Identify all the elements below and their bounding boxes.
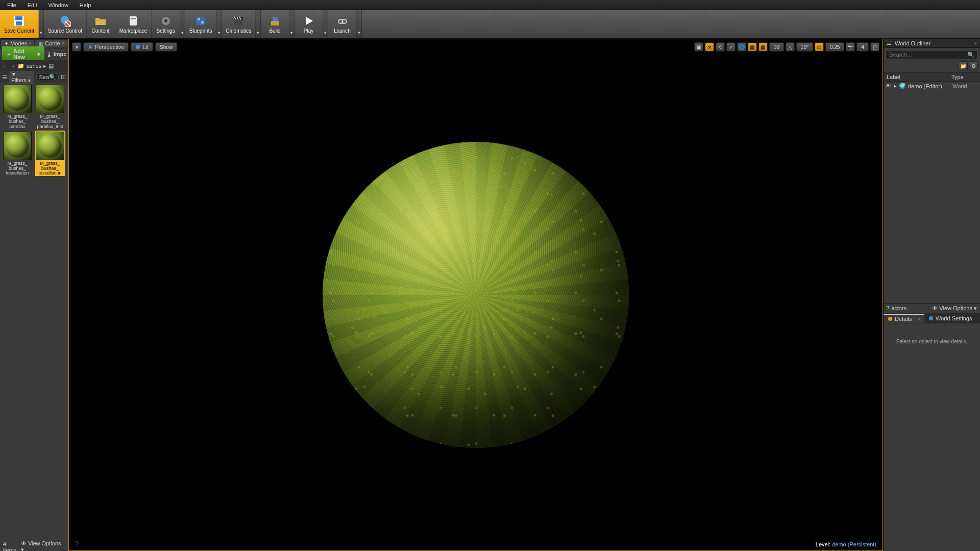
search-icon: 🔍 [967,52,974,58]
menu-bar: File Edit Window Help [0,0,980,10]
menu-edit[interactable]: Edit [22,1,42,9]
back-button[interactable]: ← [2,63,8,69]
show-button[interactable]: Show [155,42,177,52]
asset-item[interactable]: M_grass_ bushes_ tessellation [35,132,65,177]
chevron-right-icon: ▸ [43,63,46,69]
play-button[interactable]: Play [295,10,323,38]
asset-item[interactable]: M_grass_ bushes_ tessellation [2,132,33,177]
settings-button[interactable]: Settings [152,10,180,38]
close-icon[interactable]: × [917,316,920,322]
build-dropdown[interactable] [289,10,295,38]
save-filter-icon[interactable]: ☑ [61,74,66,81]
scale-mode-button[interactable]: ⤢ [726,42,736,52]
viewport[interactable]: ▾ Perspective Lit Show ▣ ⤧ ⟲ ⤢ 🌐 ▦ ▦ 10 … [68,39,883,551]
asset-item[interactable]: M_grass_ bushes_ parallax_Inst [35,85,65,130]
menu-window[interactable]: Window [43,1,74,9]
chevron-right-icon[interactable]: ▸ [894,83,897,89]
outliner-header[interactable]: Label Type [884,72,980,82]
menu-help[interactable]: Help [75,1,96,9]
floppy-icon [13,15,25,27]
source-control-button[interactable]: Source Control [44,10,87,38]
asset-item[interactable]: M_grass_ bushes_ parallax [2,85,33,130]
grid-snap-value[interactable]: 10 [769,42,784,52]
blueprints-dropdown[interactable] [217,10,222,38]
asset-grid: M_grass_ bushes_ parallax M_grass_ bushe… [0,83,68,542]
world-settings-tab[interactable]: World Settings [924,314,976,322]
select-mode-button[interactable]: ▣ [694,42,703,52]
actor-count-label: 7 actors [887,305,906,311]
folder-icon [94,15,107,27]
launch-button[interactable]: Launch [328,10,357,38]
surface-snap-button[interactable]: ▦ [748,42,757,52]
marketplace-icon [127,15,139,27]
lit-button[interactable]: Lit [131,42,153,52]
view-options-button[interactable]: 👁 View Options ▾ [21,540,65,551]
visibility-icon[interactable]: 👁 [886,83,892,89]
help-icon[interactable]: ? [75,540,79,547]
angle-snap-value[interactable]: 10° [796,42,813,52]
sources-toggle-icon[interactable]: ☰ [2,74,7,81]
blueprints-icon [194,15,207,27]
save-dropdown[interactable] [39,10,44,38]
path-bar: ← → 📁 ushes ▸ ▤ [0,60,68,71]
content-button[interactable]: Content [87,10,115,38]
item-count-label: 4 items [3,541,21,552]
svg-rect-11 [198,18,200,20]
rotate-mode-button[interactable]: ⟲ [716,42,725,52]
close-icon[interactable]: × [974,40,977,46]
svg-rect-6 [130,16,137,26]
path-segment[interactable]: ushes [27,63,41,69]
svg-rect-10 [196,17,205,25]
viewport-render [69,39,883,550]
build-button[interactable]: Build [261,10,289,38]
content-browser-panel: ✦Modes× ▥Conte× ＋Add New▾ ⭳ Impo ← → 📁 u… [0,39,68,551]
cube-icon: ✦ [4,40,9,47]
filters-button[interactable]: ▼ Filters ▾ [9,71,34,84]
camera-speed-icon[interactable]: 📷 [846,42,855,52]
outliner-view-options-button[interactable]: 👁 View Options ▾ [932,305,977,312]
details-tab[interactable]: Details× [884,314,924,323]
import-button[interactable]: ⭳ Impo [46,51,66,57]
angle-snap-toggle[interactable]: △ [786,42,795,52]
maximize-viewport-button[interactable]: ◲ [870,42,879,52]
scale-snap-toggle[interactable]: ▭ [815,42,824,52]
svg-rect-16 [273,17,278,21]
level-link[interactable]: demo (Persistent) [832,541,876,547]
settings-dropdown[interactable] [180,10,185,38]
outliner-search-input[interactable]: Search... 🔍 [886,50,978,59]
menu-file[interactable]: File [2,1,21,9]
world-icon: 🌍 [899,83,906,89]
coord-space-button[interactable]: 🌐 [737,42,746,52]
add-new-button[interactable]: ＋Add New▾ [2,46,44,62]
clapboard-icon [232,15,244,27]
build-icon [269,15,281,27]
launch-dropdown[interactable] [357,10,362,38]
details-empty-label: Select an object to view details. [884,323,980,552]
asset-search-input[interactable]: Sea🔍 [36,73,59,81]
svg-point-20 [136,45,140,49]
outliner-new-folder-icon[interactable]: 📁 [959,61,968,70]
cinematics-dropdown[interactable] [256,10,261,38]
svg-point-18 [339,20,342,23]
marketplace-button[interactable]: Marketplace [115,10,152,38]
scale-snap-value[interactable]: 0.25 [825,42,844,52]
translate-mode-button[interactable]: ⤧ [705,42,714,52]
outliner-settings-icon[interactable]: ⚙ [969,61,978,70]
camera-speed-value[interactable]: 4 [856,42,869,52]
grid-snap-toggle[interactable]: ▦ [758,42,768,52]
list-icon: ☰ [887,40,892,46]
perspective-button[interactable]: Perspective [83,42,129,52]
outliner-row[interactable]: 👁 ▸ 🌍 demo (Editor) World [884,82,980,90]
blueprints-button[interactable]: Blueprints [185,10,216,38]
svg-point-9 [164,19,167,22]
gear-icon [160,15,172,27]
cinematics-button[interactable]: Cinematics [222,10,256,38]
save-current-button[interactable]: Save Current [0,10,39,38]
play-dropdown[interactable] [323,10,328,38]
world-outliner-tab[interactable]: ☰ World Outliner × [884,39,980,48]
forward-button[interactable]: → [10,63,15,69]
svg-rect-13 [234,19,243,25]
path-more-icon[interactable]: ▤ [48,63,54,69]
viewport-menu-button[interactable]: ▾ [72,42,81,52]
svg-rect-15 [271,21,279,26]
